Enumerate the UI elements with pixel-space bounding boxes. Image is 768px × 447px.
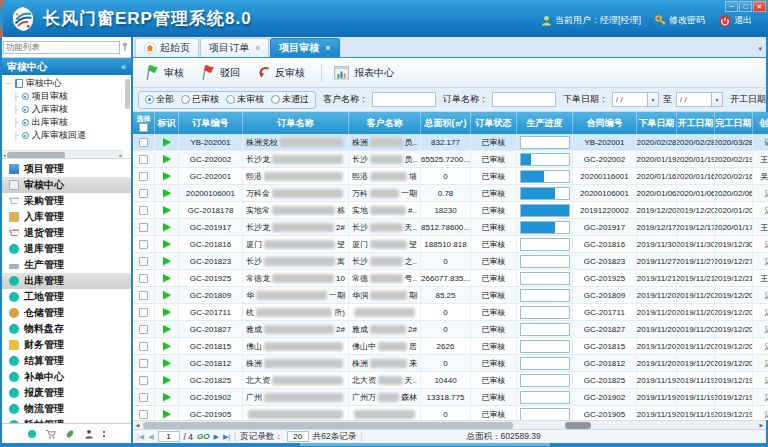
order-date-input[interactable]: / /▼ [612, 92, 659, 107]
row-checkbox[interactable] [139, 257, 148, 266]
table-row[interactable]: GC-201902广州广州万森林13318.775已审核GC-201902201… [133, 389, 768, 406]
tree-item-project-audit[interactable]: ├项目审核 [6, 90, 123, 103]
unapprove-button[interactable]: 反审核 [251, 62, 314, 84]
sidebar-item-production-mgmt[interactable]: 生产管理 [2, 257, 131, 273]
tab-project-order[interactable]: 项目订单× [200, 38, 269, 57]
sidebar-item-warehouse-mgmt[interactable]: 仓储管理 [2, 305, 131, 321]
sidebar-item-material-inventory[interactable]: 物料盘存 [2, 321, 131, 337]
radio-未审核[interactable]: 未审核 [226, 93, 264, 106]
reject-button[interactable]: 驳回 [195, 61, 249, 84]
table-row[interactable]: GC-201823长沙寓长沙之..0已审核GC-2018232019/11/27… [133, 253, 768, 270]
row-checkbox[interactable] [139, 172, 148, 181]
logout-button[interactable]: 退出 [719, 14, 752, 27]
tab-overflow-icon[interactable]: ▾ [758, 45, 762, 53]
col-header[interactable]: 合同编号 [573, 112, 637, 134]
row-checkbox[interactable] [139, 223, 148, 232]
dock-overflow-icon[interactable] [103, 431, 105, 437]
sidebar-item-audit-center[interactable]: 审核中心 [2, 177, 131, 193]
dropdown-icon[interactable]: ▼ [647, 93, 658, 106]
table-row[interactable]: GC-201816厦门望厦门望188510.818已审核GC-201816201… [133, 236, 768, 253]
col-header[interactable]: 开工日期 [677, 112, 715, 134]
row-checkbox[interactable] [139, 359, 148, 368]
row-checkbox[interactable] [139, 376, 148, 385]
report-center-button[interactable]: 报表中心 [329, 61, 403, 84]
sidebar-item-scrap-mgmt[interactable]: 报废管理 [2, 385, 131, 401]
tree-root[interactable]: ─ 审核中心 [6, 77, 123, 90]
sidebar-item-reorder-center[interactable]: 补单中心 [2, 369, 131, 385]
col-header[interactable]: 订单名称 [243, 112, 349, 134]
row-checkbox[interactable] [139, 291, 148, 300]
dock-user-icon[interactable] [84, 429, 94, 439]
go-button[interactable]: GO [197, 432, 209, 441]
row-checkbox[interactable] [139, 308, 148, 317]
tab-close-icon[interactable]: × [325, 43, 330, 53]
first-page-button[interactable]: |◀ [137, 433, 144, 440]
table-row[interactable]: GC-202002长沙龙长沙员..65525.7200...已审核GC-2020… [133, 151, 768, 168]
table-row[interactable]: GC-201815佛山佛山中居2626已审核GC-2018152019/11/2… [133, 338, 768, 355]
col-header[interactable]: 订单编号 [179, 112, 243, 134]
collapse-icon[interactable]: « [121, 62, 126, 72]
row-checkbox[interactable] [139, 206, 148, 215]
sidebar-item-outbound-mgmt[interactable]: 出库管理 [2, 273, 131, 289]
row-checkbox[interactable] [139, 240, 148, 249]
prev-page-button[interactable]: ◀ [148, 433, 153, 440]
tab-close-icon[interactable]: × [255, 43, 260, 53]
dock-leaf-icon[interactable] [65, 429, 75, 439]
table-row[interactable]: 20200106001万科金万科一期0.78已审核202001060012020… [133, 185, 768, 202]
scroll-left-icon[interactable]: ◀ [133, 422, 142, 428]
row-checkbox[interactable] [139, 342, 148, 351]
table-row[interactable]: GC-2019050已审核GC-2019052019/11/192019/11/… [133, 406, 768, 420]
table-row[interactable]: GC-2018178实地常栋实地#..18230已审核2019122000220… [133, 202, 768, 219]
tree-hscroll-thumb[interactable] [7, 152, 65, 158]
order-date-to-input[interactable]: / /▼ [676, 92, 723, 107]
col-header[interactable]: 下单日期 [637, 112, 677, 134]
table-row[interactable]: GC-201711杭所)0已审核GC-2017112019/11/202019/… [133, 304, 768, 321]
row-checkbox[interactable] [139, 155, 148, 164]
sidebar-item-inbound-mgmt[interactable]: 入库管理 [2, 209, 131, 225]
col-header[interactable]: 总面积(㎡) [421, 112, 471, 134]
row-checkbox[interactable] [139, 274, 148, 283]
sidebar-item-purchase-mgmt[interactable]: 采购管理 [2, 193, 131, 209]
sidebar-item-finance-mgmt[interactable]: 财务管理 [2, 337, 131, 353]
tab-project-audit[interactable]: 项目审核× [270, 38, 339, 57]
tree-vertical-scrollbar[interactable] [125, 79, 130, 109]
radio-未通过[interactable]: 未通过 [271, 93, 309, 106]
table-row[interactable]: GC-202001熙港熙港墙0已审核202001160012020/01/162… [133, 168, 768, 185]
tree-item-inbound-audit-rollback[interactable]: ├入库审核回退 [6, 129, 123, 142]
tree-horizontal-scrollbar[interactable]: ◂ ▸ [2, 150, 123, 158]
table-row[interactable]: GC-201812株洲株洲来0已审核GC-2018122019/11/20201… [133, 355, 768, 372]
dock-dot-icon[interactable] [28, 430, 36, 438]
row-checkbox[interactable] [139, 410, 148, 419]
tree-item-outbound-audit[interactable]: ├出库审核 [6, 116, 123, 129]
approve-button[interactable]: 审核 [139, 61, 193, 84]
col-header[interactable]: 客户名称 [349, 112, 421, 134]
sidebar-item-settlement-mgmt[interactable]: 结算管理 [2, 353, 131, 369]
last-page-button[interactable]: ▶| [223, 433, 230, 440]
row-checkbox[interactable] [139, 189, 148, 198]
radio-全部[interactable]: 全部 [145, 93, 174, 106]
select-all-checkbox[interactable] [139, 123, 148, 132]
page-number-input[interactable] [158, 431, 180, 442]
dropdown-icon[interactable]: ▼ [711, 93, 722, 106]
order-name-input[interactable] [492, 92, 556, 107]
sidebar-item-site-mgmt[interactable]: 工地管理 [2, 289, 131, 305]
col-header[interactable]: 创建人 [753, 112, 768, 134]
row-checkbox[interactable] [139, 325, 148, 334]
col-header[interactable]: 选择 [133, 112, 155, 134]
change-password-button[interactable]: 修改密码 [655, 14, 705, 27]
sidebar-item-stock-return-mgmt[interactable]: 退库管理 [2, 241, 131, 257]
row-checkbox[interactable] [139, 393, 148, 402]
row-checkbox[interactable] [139, 138, 148, 147]
horizontal-scrollbar[interactable]: ◀ ▶ [133, 420, 766, 429]
sidebar-item-logistics-mgmt[interactable]: 物流管理 [2, 401, 131, 417]
table-row[interactable]: GC-201925常德龙10常德号..266077.835...已审核GC-20… [133, 270, 768, 287]
table-row[interactable]: GC-201827雅成2#雅成2#0已审核GC-2018272019/11/20… [133, 321, 768, 338]
customer-name-input[interactable] [372, 92, 436, 107]
hscroll-thumb[interactable] [143, 422, 513, 429]
page-size-input[interactable] [287, 431, 309, 442]
table-row[interactable]: GC-201917长沙龙2#长沙天..8512.78600...已审核GC-20… [133, 219, 768, 236]
table-row[interactable]: YB-202001株洲党校株洲员..832.177已审核YB-202001202… [133, 134, 768, 151]
splitter-handle[interactable] [565, 422, 591, 429]
scroll-right-icon[interactable]: ▶ [757, 422, 766, 428]
tree-item-inbound-audit[interactable]: ├入库审核 [6, 103, 123, 116]
